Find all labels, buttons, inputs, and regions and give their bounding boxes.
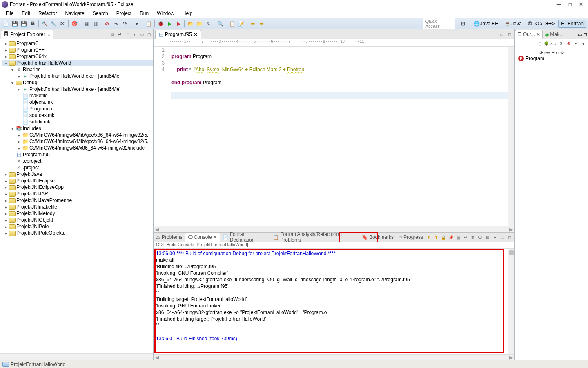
tree-item[interactable]: 📄objects.mk	[2, 99, 153, 105]
tree-item[interactable]: 📄sources.mk	[2, 112, 153, 119]
expand-arrow-icon[interactable]: ▸	[3, 54, 8, 59]
editor-tab-program-f95[interactable]: ▤ Program.f95 ✕	[155, 30, 201, 39]
target-icon[interactable]: 🎯	[70, 20, 78, 28]
tree-item[interactable]: ▸ProjektJNIEclipseCpp	[2, 184, 153, 191]
expand-arrow-icon[interactable]: ▸	[3, 224, 8, 229]
sort-icon[interactable]: a↓z	[550, 40, 557, 47]
console-output[interactable]: 13:06:00 **** Build of configuration Deb…	[154, 249, 508, 354]
tree-item[interactable]: ✕.project	[2, 164, 153, 171]
tree-item[interactable]: ▸ProgramC64x	[2, 53, 153, 60]
menu-file[interactable]: File	[2, 10, 18, 17]
expand-arrow-icon[interactable]: ▸	[3, 205, 8, 209]
tree-item[interactable]: ▸ProjektJNIJAR	[2, 191, 153, 197]
resume-icon[interactable]: ↷	[121, 20, 129, 28]
run-icon[interactable]: ▶	[165, 20, 174, 28]
close-icon[interactable]: ✕	[194, 31, 198, 37]
wrench-icon[interactable]: 🛠	[58, 20, 67, 28]
tree-item[interactable]: ▾ProjektFortranHalloWorld	[2, 60, 153, 66]
save-icon[interactable]: 💾	[11, 20, 19, 28]
close-icon[interactable]: ✕	[47, 32, 51, 37]
expand-arrow-icon[interactable]: ▾	[10, 67, 15, 72]
new-icon[interactable]: 📄	[2, 20, 10, 28]
tree-item[interactable]: ▤Program.f95	[2, 151, 153, 158]
tree-item[interactable]: ▸ProgramC++	[2, 47, 153, 53]
perspective-fortran[interactable]: FFortran	[558, 20, 586, 28]
link-editor-icon[interactable]: ⇄	[116, 31, 123, 38]
perspective-javaee[interactable]: 🌐Java EE	[471, 20, 501, 28]
minimize-view-icon[interactable]: ▭	[578, 31, 582, 37]
tree-item[interactable]: ▸📁C:/MinGW64/mingw64/lib/gcc/x86_64-w64-…	[2, 138, 153, 145]
tree-item[interactable]: 📄makefile	[2, 92, 153, 99]
expand-arrow-icon[interactable]	[16, 120, 21, 124]
tab-fortran-declaration[interactable]: 📄Fortran Declaration	[220, 233, 271, 242]
tree-item[interactable]: ▸ProjektJNIObjekt	[2, 217, 153, 223]
coverage-icon[interactable]: ▶	[174, 20, 183, 28]
close-icon[interactable]: ✕	[213, 234, 217, 240]
display-icon[interactable]: 🖵	[477, 234, 483, 240]
menu-run[interactable]: Run	[136, 10, 153, 17]
toggle-icon[interactable]: ▦	[82, 20, 90, 28]
tab-make[interactable]: ◉Mak...	[543, 30, 566, 39]
clear-icon[interactable]: 🗑	[470, 234, 476, 240]
expand-arrow-icon[interactable]: ▸	[3, 48, 8, 52]
minimize-view-icon[interactable]: ▭	[138, 31, 145, 38]
tree-item[interactable]: ▸ProjektJNIEclipse	[2, 177, 153, 184]
tree-item[interactable]: ✕.cproject	[2, 158, 153, 164]
tree-item[interactable]: ▸ProjektJava	[2, 171, 153, 177]
tree-item[interactable]: ▸ProjektJNIPoleObjektu	[2, 230, 153, 236]
menu-window[interactable]: Window	[153, 10, 178, 17]
close-icon[interactable]: ✕	[536, 31, 540, 37]
tree-hscrollbar[interactable]	[0, 353, 153, 360]
wrap-icon[interactable]: ↩	[462, 234, 469, 240]
menu-search[interactable]: Search	[89, 10, 112, 17]
expand-arrow-icon[interactable]: ▸	[3, 198, 8, 203]
expand-arrow-icon[interactable]: ▸	[3, 41, 8, 46]
tree-item[interactable]: 📄Program.o	[2, 105, 153, 112]
build-all-icon[interactable]: 🔧	[49, 20, 58, 28]
task-icon[interactable]: 📋	[228, 20, 236, 28]
expand-arrow-icon[interactable]: ▸	[16, 74, 21, 79]
new-console-icon[interactable]: ⊞	[484, 234, 491, 240]
tree-icon[interactable]: 🌳	[543, 40, 550, 47]
expand-arrow-icon[interactable]: ▾	[3, 61, 8, 65]
expand-arrow-icon[interactable]: ▸	[16, 133, 21, 137]
expand-arrow-icon[interactable]: ▾	[10, 81, 15, 85]
expand-arrow-icon[interactable]: ▸	[3, 192, 8, 196]
tree-item[interactable]: ▾📚Includes	[2, 125, 153, 132]
tree-item[interactable]: ▾⚙Binaries	[2, 66, 153, 73]
expand-arrow-icon[interactable]	[16, 107, 21, 111]
expand-arrow-icon[interactable]: ▸	[16, 139, 21, 144]
editor-content[interactable]: program Program print *, "Ahoj Svete, Mi…	[168, 47, 508, 226]
tree-item[interactable]: ▸ProjektJNIPole	[2, 223, 153, 230]
show-console-icon[interactable]: ▤	[455, 234, 461, 240]
expand-arrow-icon[interactable]	[16, 100, 21, 105]
expand-arrow-icon[interactable]: ▸	[3, 231, 8, 236]
view-menu-icon[interactable]: ▾	[492, 234, 498, 240]
tree-item[interactable]: ▾Debug	[2, 79, 153, 86]
expand-arrow-icon[interactable]: ▸	[3, 211, 8, 216]
wand-icon[interactable]: ✎	[204, 20, 212, 28]
tab-outline[interactable]: ☰Out...✕	[515, 30, 543, 39]
expand-arrow-icon[interactable]: ▾	[10, 126, 15, 131]
tree-item[interactable]: ▸📁C:/MinGW64/mingw64/x86_64-w64-mingw32/…	[2, 145, 153, 151]
menu-navigate[interactable]: Navigate	[61, 10, 88, 17]
tree-item[interactable]: ▸ProgramC	[2, 40, 153, 47]
console-hscrollbar[interactable]: ◀▶	[154, 354, 514, 360]
window-maximize-button[interactable]: □	[569, 2, 572, 7]
tab-problems[interactable]: ⚠Problems	[154, 233, 185, 242]
stop-icon[interactable]: ⊘	[103, 20, 111, 28]
perspective-cc[interactable]: ©<C/C++>	[526, 20, 558, 28]
tab-console[interactable]: 🖵Console✕	[185, 233, 220, 242]
focus-icon[interactable]: ⬚	[124, 31, 130, 38]
star-icon[interactable]: ✶	[572, 40, 579, 47]
next-icon[interactable]: ⬆	[433, 234, 439, 240]
window-minimize-button[interactable]: —	[557, 2, 561, 7]
skip-icon[interactable]: ⤼	[112, 20, 120, 28]
focus-icon[interactable]: ⬚	[536, 40, 542, 47]
maximize-view-icon[interactable]: ◻	[583, 31, 587, 37]
tree-item[interactable]: ▸ProjektJNImakefile	[2, 204, 153, 210]
maximize-editor-icon[interactable]: ◻	[506, 31, 513, 38]
tree-item[interactable]: ▸▸ProjektFortranHalloWorld.exe - [amd64/…	[2, 86, 153, 92]
project-explorer-tab[interactable]: 🗄 Project Explorer ✕	[1, 30, 53, 39]
pin-icon[interactable]: 📌	[448, 234, 454, 240]
